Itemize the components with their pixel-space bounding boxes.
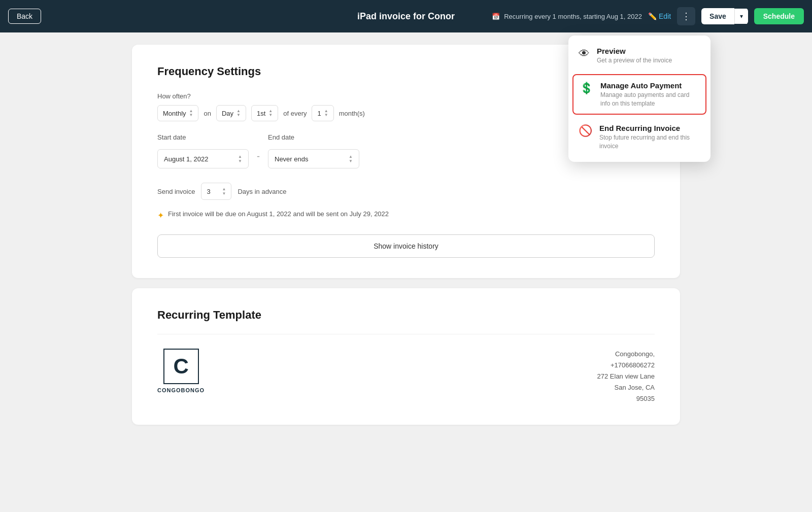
end-recurring-desc: Stop future recurring and end this invoi…: [599, 133, 700, 151]
day-value-arrows: ▲▼: [268, 109, 273, 117]
stop-icon: 🚫: [579, 124, 592, 138]
calendar-icon: 📅: [492, 13, 500, 20]
save-dropdown-button[interactable]: ▾: [734, 9, 748, 24]
page-title: iPad invoice for Conor: [357, 11, 455, 22]
company-logo: C: [163, 349, 199, 384]
end-date-arrows: ▲▼: [349, 154, 353, 163]
eye-icon: 👁: [579, 47, 590, 60]
logo-area: C CONGOBONGO: [157, 349, 205, 393]
dropdown-item-end-recurring[interactable]: 🚫 End Recurring Invoice Stop future recu…: [568, 117, 710, 158]
start-date-field[interactable]: August 1, 2022 ▲▼: [157, 149, 249, 168]
days-arrows: ▲▼: [222, 187, 226, 196]
send-invoice-label: Send invoice: [157, 188, 195, 195]
header-right: 📅 Recurring every 1 months, starting Aug…: [492, 7, 804, 25]
company-name: Congobongo,: [597, 349, 655, 360]
hint-row: ✦ First invoice will be due on August 1,…: [157, 210, 655, 220]
start-date-label: Start date: [157, 133, 249, 141]
company-zip: 95035: [597, 393, 655, 404]
frequency-arrows: ▲▼: [189, 109, 193, 117]
dollar-circle-icon: 💲: [580, 82, 593, 95]
dropdown-item-preview[interactable]: 👁 Preview Get a preview of the invoice: [568, 40, 710, 72]
recurring-template-card: Recurring Template C CONGOBONGO Congobon…: [132, 288, 680, 425]
manage-auto-payment-desc: Manage auto payments and card info on th…: [600, 91, 699, 108]
schedule-button[interactable]: Schedule: [754, 8, 804, 24]
manage-auto-payment-title: Manage Auto Payment: [600, 81, 699, 90]
company-address: 272 Elan view Lane: [597, 371, 655, 382]
send-invoice-row: Send invoice 3 ▲▼ Days in advance: [157, 183, 655, 200]
on-label: on: [204, 110, 211, 117]
recurring-info: 📅 Recurring every 1 months, starting Aug…: [492, 13, 642, 20]
days-advance-label: Days in advance: [238, 188, 286, 195]
day-value-select[interactable]: 1st ▲▼: [251, 105, 278, 121]
edit-button[interactable]: ✏️ Edit: [648, 12, 671, 20]
recurring-template-title: Recurring Template: [157, 309, 655, 322]
company-logo-text: CONGOBONGO: [157, 387, 205, 393]
header: Back iPad invoice for Conor 📅 Recurring …: [0, 0, 812, 32]
preview-desc: Get a preview of the invoice: [597, 56, 700, 65]
show-invoice-history-button[interactable]: Show invoice history: [157, 234, 655, 258]
days-input[interactable]: 3 ▲▼: [201, 183, 231, 200]
save-button[interactable]: Save: [701, 8, 734, 24]
start-date-group: Start date August 1, 2022 ▲▼: [157, 133, 249, 168]
divider: [157, 334, 655, 334]
dropdown-menu: 👁 Preview Get a preview of the invoice 💲…: [568, 36, 710, 162]
end-date-group: End date Never ends ▲▼: [268, 133, 359, 168]
of-every-label: of every: [283, 110, 307, 117]
frequency-select[interactable]: Monthly ▲▼: [157, 105, 198, 121]
day-select[interactable]: Day ▲▼: [216, 105, 246, 121]
company-phone: +17066806272: [597, 360, 655, 371]
hint-text: First invoice will be due on August 1, 2…: [168, 210, 389, 218]
save-button-wrap: Save ▾: [701, 8, 748, 24]
more-options-button[interactable]: ⋮: [677, 7, 695, 25]
end-recurring-title: End Recurring Invoice: [599, 124, 700, 132]
date-separator: -: [257, 151, 260, 162]
pencil-icon: ✏️: [648, 12, 657, 20]
template-body: C CONGOBONGO Congobongo, +17066806272 27…: [157, 349, 655, 404]
lightbulb-icon: ✦: [157, 211, 164, 220]
start-date-arrows: ▲▼: [238, 154, 242, 163]
preview-title: Preview: [597, 47, 700, 55]
day-arrows: ▲▼: [236, 109, 241, 117]
company-info: Congobongo, +17066806272 272 Elan view L…: [597, 349, 655, 404]
month-count-select[interactable]: 1 ▲▼: [312, 105, 333, 121]
company-city: San Jose, CA: [597, 382, 655, 393]
month-count-arrows: ▲▼: [324, 109, 328, 117]
back-button[interactable]: Back: [8, 9, 41, 24]
end-date-field[interactable]: Never ends ▲▼: [268, 149, 359, 168]
dropdown-item-manage-auto-payment[interactable]: 💲 Manage Auto Payment Manage auto paymen…: [572, 74, 706, 115]
months-label: month(s): [339, 110, 365, 117]
end-date-label: End date: [268, 133, 359, 141]
